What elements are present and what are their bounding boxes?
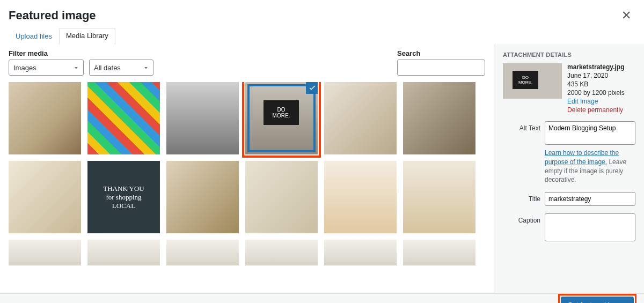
caption-label: Caption bbox=[503, 213, 540, 224]
media-item[interactable] bbox=[9, 82, 81, 154]
alt-text-label: Alt Text bbox=[503, 121, 540, 132]
search-label: Search bbox=[397, 49, 485, 57]
set-featured-image-button[interactable]: Set featured image bbox=[561, 297, 634, 303]
featured-image-modal: Featured image ✕ Upload files Media Libr… bbox=[0, 0, 644, 303]
caption-input[interactable] bbox=[545, 213, 635, 241]
media-item[interactable] bbox=[166, 240, 239, 265]
media-item[interactable] bbox=[87, 240, 160, 265]
edit-image-link[interactable]: Edit Image bbox=[567, 98, 625, 105]
close-button[interactable]: ✕ bbox=[617, 6, 635, 25]
filter-toolbar: Filter media Images All dates S bbox=[9, 49, 485, 76]
media-item[interactable] bbox=[324, 82, 397, 154]
title-row: Title bbox=[503, 192, 635, 206]
media-item[interactable] bbox=[403, 161, 475, 233]
filter-date-select[interactable]: All dates bbox=[89, 60, 153, 76]
attachment-dimensions: 2000 by 1200 pixels bbox=[567, 89, 625, 97]
modal-footer: Set featured image bbox=[0, 293, 644, 303]
filter-media-group: Filter media Images All dates bbox=[9, 49, 153, 76]
attachment-filename: marketstrategy.jpg bbox=[567, 63, 625, 71]
alt-text-hint: Learn how to describe the purpose of the… bbox=[545, 149, 635, 184]
filter-date-select-wrap[interactable]: All dates bbox=[89, 60, 153, 76]
filter-type-select[interactable]: Images bbox=[9, 60, 84, 76]
tab-row: Upload files Media Library bbox=[0, 28, 644, 45]
media-item-selected[interactable] bbox=[245, 82, 318, 154]
attachment-thumbnail bbox=[503, 63, 562, 99]
alt-text-row: Alt Text Modern Blogging Setup Learn how… bbox=[503, 121, 635, 184]
delete-permanently-link[interactable]: Delete permanently bbox=[567, 106, 625, 114]
media-item[interactable] bbox=[324, 161, 397, 233]
modal-content: Filter media Images All dates S bbox=[0, 44, 644, 293]
attachment-details-heading: ATTACHMENT DETAILS bbox=[503, 51, 635, 58]
modal-title: Featured image bbox=[9, 9, 617, 23]
filter-media-label: Filter media bbox=[9, 49, 153, 57]
media-item[interactable] bbox=[403, 240, 475, 265]
tab-media-library[interactable]: Media Library bbox=[59, 28, 115, 45]
media-item[interactable] bbox=[166, 161, 239, 233]
modal-header: Featured image ✕ bbox=[0, 0, 644, 28]
set-featured-highlight: Set featured image bbox=[558, 294, 636, 303]
attachment-date: June 17, 2020 bbox=[567, 72, 625, 79]
search-group: Search bbox=[397, 49, 485, 76]
search-input[interactable] bbox=[397, 60, 485, 76]
media-item[interactable] bbox=[403, 82, 475, 154]
media-grid bbox=[9, 82, 485, 293]
filter-type-select-wrap[interactable]: Images bbox=[9, 60, 84, 76]
selected-check-icon bbox=[306, 82, 318, 94]
close-icon: ✕ bbox=[621, 9, 631, 22]
title-label: Title bbox=[503, 192, 540, 203]
media-item[interactable] bbox=[245, 240, 318, 265]
attachment-filesize: 435 KB bbox=[567, 80, 625, 88]
tab-upload-files[interactable]: Upload files bbox=[9, 28, 59, 45]
media-item[interactable] bbox=[245, 161, 318, 233]
media-item[interactable] bbox=[87, 82, 160, 154]
attachment-summary: marketstrategy.jpg June 17, 2020 435 KB … bbox=[503, 63, 635, 114]
media-item[interactable] bbox=[9, 161, 81, 233]
media-item[interactable] bbox=[324, 240, 397, 265]
media-item[interactable] bbox=[9, 240, 81, 265]
media-item[interactable] bbox=[87, 161, 160, 233]
media-browser: Filter media Images All dates S bbox=[0, 44, 494, 293]
caption-row: Caption bbox=[503, 213, 635, 243]
title-input[interactable] bbox=[545, 192, 635, 206]
media-item[interactable] bbox=[166, 82, 239, 154]
attachment-details-panel: ATTACHMENT DETAILS marketstrategy.jpg Ju… bbox=[494, 44, 644, 293]
attachment-meta: marketstrategy.jpg June 17, 2020 435 KB … bbox=[567, 63, 625, 114]
alt-text-input[interactable]: Modern Blogging Setup bbox=[545, 121, 635, 145]
